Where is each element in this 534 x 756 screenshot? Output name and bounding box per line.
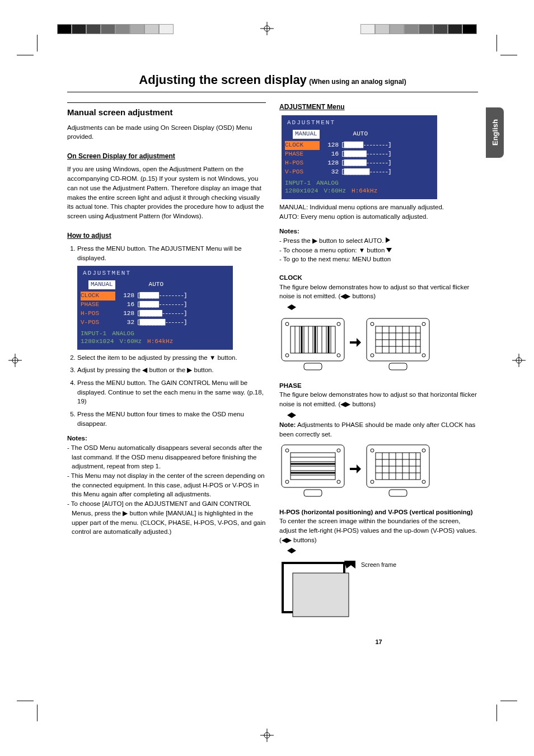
section-header-manual: Manual screen adjustment (67, 106, 266, 119)
bar-icon: [███████-------] (137, 309, 229, 318)
bar-icon: [████████------] (341, 168, 434, 177)
adj-desc: MANUAL: Individual menu options are manu… (279, 203, 478, 212)
registration-mark-icon (260, 22, 274, 35)
bar-icon: [███████-------] (341, 159, 434, 168)
registration-mark-icon (512, 354, 526, 367)
clock-text: The figure below demonstrates how to adj… (279, 283, 478, 301)
notes-list: - The OSD Menu automatically disappears … (67, 443, 266, 537)
svg-rect-78 (293, 573, 349, 617)
page-number: 17 (279, 638, 478, 647)
osd-title: ADJUSTMENT (285, 119, 434, 128)
monitor-before-icon (279, 443, 346, 499)
monitor-before-icon (279, 316, 346, 372)
phase-heading: PHASE (279, 381, 478, 391)
phase-illustration (279, 443, 478, 499)
osd-tab-auto: AUTO (149, 280, 163, 289)
hpos-heading: H-POS (horizontal positioning) and V-POS… (279, 508, 478, 517)
clock-heading: CLOCK (279, 273, 478, 283)
crop-mark (495, 699, 517, 721)
svg-rect-46 (389, 363, 407, 370)
bar-icon: [██████--------] (137, 300, 229, 309)
phase-text: The figure below demonstrates how to adj… (279, 390, 478, 408)
adjustment-heading: ADJUSTMENT Menu (279, 102, 478, 112)
monitor-after-icon (364, 443, 432, 499)
intro-text: Adjustments can be made using On Screen … (67, 123, 266, 142)
svg-rect-30 (304, 363, 322, 370)
crop-mark (17, 35, 39, 57)
osd-tab-auto: AUTO (353, 130, 368, 139)
triangle-right-icon (386, 237, 390, 243)
bar-icon: [██████--------] (137, 292, 229, 300)
notes-heading: Notes: (279, 227, 478, 236)
lr-buttons-icon (279, 547, 478, 556)
svg-rect-60 (304, 490, 322, 496)
lr-buttons-icon (279, 303, 478, 313)
frame-label: Screen frame (361, 561, 396, 569)
osd-tab-manual: MANUAL (88, 280, 115, 289)
bar-icon: [███████-------] (341, 150, 434, 159)
svg-rect-76 (389, 490, 407, 496)
howto-heading: How to adjust (67, 231, 266, 241)
note-item: - To go to the next menu: MENU button (279, 255, 478, 264)
registration-mark-icon (8, 354, 22, 367)
left-column: Manual screen adjustment Adjustments can… (67, 102, 266, 647)
steps-list: Press the MENU button. The ADJUSTMENT Me… (67, 244, 266, 429)
crop-mark (17, 699, 39, 721)
arrow-right-icon (349, 462, 362, 478)
page-title-row: Adjusting the screen display (When using… (67, 73, 478, 92)
osd-heading: On Screen Display for adjustment (67, 152, 266, 161)
registration-mark-icon (260, 729, 274, 742)
clock-illustration (279, 316, 478, 372)
language-tab: English (486, 107, 504, 158)
swatch-bar-right (360, 24, 477, 34)
bar-icon: [██████--------] (341, 141, 434, 150)
osd-title: ADJUSTMENT (81, 269, 229, 278)
step-item: Press the MENU button. The ADJUSTMENT Me… (77, 244, 266, 350)
print-bars-top (0, 20, 534, 53)
hpos-illustration: Screen frame (279, 560, 478, 627)
screen-frame-icon (279, 560, 358, 627)
phase-note: Note: Adjustments to PHASE should be mad… (279, 420, 478, 439)
osd-tab-manual: MANUAL (293, 130, 320, 139)
step-item: Press the MENU button. The GAIN CONTROL … (77, 378, 266, 406)
note-item: - To choose [AUTO] on the ADJUSTMENT and… (67, 499, 266, 537)
page-subtitle: (When using an analog signal) (309, 78, 406, 86)
osd-figure: ADJUSTMENT MANUAL AUTO CLOCK128[██████--… (282, 115, 437, 199)
arrow-right-icon (349, 336, 362, 352)
notes-heading: Notes: (67, 434, 266, 443)
swatch-bar-left (57, 24, 174, 34)
note-item: - This Menu may not display in the cente… (67, 471, 266, 499)
monitor-after-icon (364, 316, 432, 372)
step-item: Select the item to be adjusted by pressi… (77, 353, 266, 363)
crop-mark (495, 35, 517, 57)
bar-icon: [████████------] (137, 318, 229, 327)
hpos-text: To center the screen image within the bo… (279, 516, 478, 544)
page-title: Adjusting the screen display (139, 73, 307, 87)
adj-desc: AUTO: Every menu option is automatically… (279, 212, 478, 222)
osd-desc: If you are using Windows, open the Adjus… (67, 165, 266, 220)
note-item: - Press the ▶ button to select AUTO. (279, 236, 478, 246)
note-item: - To choose a menu option: ▼ button (279, 246, 478, 255)
right-column: ADJUSTMENT Menu ADJUSTMENT MANUAL AUTO C… (279, 102, 478, 647)
osd-figure: ADJUSTMENT MANUAL AUTO CLOCK128[██████--… (77, 266, 233, 350)
note-item: - The OSD Menu automatically disappears … (67, 443, 266, 471)
step-item: Press the MENU button four times to make… (77, 410, 266, 428)
lr-buttons-icon (279, 411, 478, 421)
triangle-down-icon (386, 248, 392, 252)
step-item: Adjust by pressing the ◀ button or the ▶… (77, 365, 266, 375)
